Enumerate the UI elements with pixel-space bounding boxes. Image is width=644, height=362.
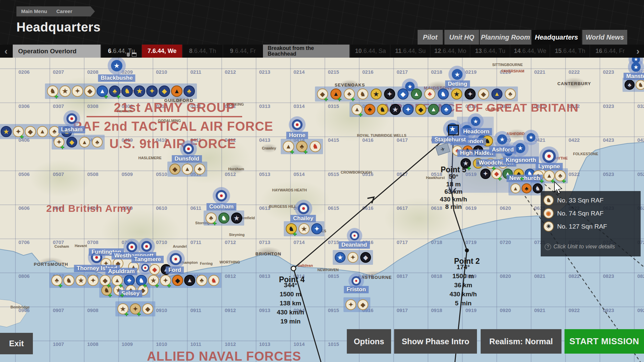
squadron-emblem[interactable]: ★ xyxy=(231,213,242,224)
squadron-emblem[interactable]: ◆ xyxy=(66,137,77,147)
squadron-emblem[interactable]: ★ xyxy=(75,275,87,286)
timeline-item[interactable]: 11.6.44, Su xyxy=(390,45,430,58)
squadron-emblem[interactable]: ▲ xyxy=(182,164,193,175)
airfield-label-chailey[interactable]: Chailey xyxy=(290,215,316,222)
airfield-label-tangmere[interactable]: Tangmere xyxy=(131,256,164,263)
squadron-emblem[interactable]: ✦ xyxy=(13,126,24,137)
airfield-label-friston[interactable]: Friston xyxy=(344,286,369,293)
squadron-emblem[interactable]: ★ xyxy=(1,126,12,137)
squadron-emblem[interactable]: ♞ xyxy=(377,104,388,115)
airfield-label-ashford[interactable]: Ashford xyxy=(489,146,516,154)
timeline-item[interactable]: 10.6.44, Sa xyxy=(350,45,390,58)
squadron-emblem[interactable]: ◆ xyxy=(25,126,36,137)
timeline-prev-button[interactable]: ‹ xyxy=(0,45,12,58)
squadron-emblem[interactable]: ▲ xyxy=(511,183,521,193)
squadron-emblem[interactable]: ✦ xyxy=(384,88,395,100)
timeline-item[interactable]: 6.6.44, Tu xyxy=(101,45,141,58)
squadron-emblem[interactable]: ✦ xyxy=(480,169,491,179)
squadron-emblem[interactable]: ◆ xyxy=(478,88,489,100)
squadron-emblem[interactable]: ◆ xyxy=(397,88,409,100)
timeline-item[interactable]: 8.6.44, Th xyxy=(182,45,222,58)
squadron-emblem[interactable]: ♣ xyxy=(194,164,205,175)
squadron-emblem[interactable]: ✦ xyxy=(345,299,356,310)
squadron-emblem[interactable]: ◆ xyxy=(169,164,180,175)
tab-headquarters-active[interactable]: Headquarters xyxy=(532,30,581,45)
squadron-emblem[interactable]: ✦ xyxy=(311,223,322,234)
squadron-emblem[interactable]: ◆ xyxy=(172,275,183,286)
squadron-emblem[interactable]: ◆ xyxy=(415,104,426,115)
squadron-emblem[interactable]: ▲ xyxy=(491,88,502,100)
squadron-emblem[interactable]: ♞ xyxy=(310,141,321,152)
breadcrumb-career[interactable]: Career xyxy=(52,6,95,16)
squadron-emblem[interactable]: ◆ xyxy=(142,303,153,314)
squadron-emblem[interactable]: ♣ xyxy=(424,88,435,100)
airfield-label-coolham[interactable]: Coolham xyxy=(207,203,236,210)
squadron-emblem[interactable]: ♞ xyxy=(357,88,368,100)
squadron-emblem[interactable]: ✦ xyxy=(146,85,158,97)
timeline-item[interactable]: 9.6.44, Fr xyxy=(223,45,263,58)
squadron-emblem[interactable]: ◆ xyxy=(358,299,368,310)
squadron-emblem[interactable]: ★ xyxy=(371,88,382,100)
squadron-emblem[interactable]: ◆ xyxy=(317,88,328,100)
timeline-item[interactable]: 16.6.44, Fr xyxy=(590,45,630,58)
squadron-emblem[interactable]: ★ xyxy=(59,85,71,97)
squadron-emblem[interactable]: ♞ xyxy=(533,183,543,193)
airfield-label-lasham[interactable]: Lasham xyxy=(58,126,85,133)
squadron-emblem[interactable]: ♣ xyxy=(625,80,635,90)
airfield-label-apuldram[interactable]: Apuldram xyxy=(105,268,137,275)
squadron-emblem[interactable]: ▲ xyxy=(112,275,123,286)
airfield-label-headcorn[interactable]: Headcorn xyxy=(461,128,492,135)
squadron-emblem[interactable]: ◆ xyxy=(491,169,502,179)
squadron-emblem[interactable]: ♣ xyxy=(196,275,207,286)
airfield-label-blackbushe[interactable]: Blackbushe xyxy=(98,74,135,82)
airfield-label-detling[interactable]: Detling xyxy=(445,80,470,88)
squadron-emblem[interactable]: ✦ xyxy=(402,104,414,115)
squadron-emblem[interactable]: ★ xyxy=(299,223,310,234)
timeline-next-button[interactable]: › xyxy=(632,45,644,58)
squadron-emblem[interactable]: ✦ xyxy=(54,137,64,147)
airfield-label-kingsnorth[interactable]: Kingsnorth xyxy=(503,157,539,164)
show-phase-intro-button[interactable]: Show Phase Intro xyxy=(394,329,477,354)
realism-normal-button[interactable]: Realism: Normal xyxy=(481,329,561,354)
squadron-emblem[interactable]: ▲ xyxy=(283,141,294,152)
squadron-emblem[interactable]: ✦ xyxy=(88,275,99,286)
squadron-emblem[interactable]: ★ xyxy=(134,85,145,97)
tab-planning-room[interactable]: Planning Room xyxy=(480,30,531,45)
squadron-emblem[interactable]: ♞ xyxy=(121,85,133,97)
airfield-label-deanland[interactable]: Deanland xyxy=(339,241,370,249)
timeline-item[interactable]: Breakout from theBeachhead xyxy=(263,45,350,58)
timeline-item[interactable]: 13.6.44, Tu xyxy=(470,45,510,58)
airfield-label-ford[interactable]: Ford xyxy=(166,266,184,274)
squadron-emblem[interactable]: ♞ xyxy=(636,80,644,90)
squadron-emblem[interactable]: ♞ xyxy=(101,285,112,296)
squadron-emblem[interactable]: ◆ xyxy=(360,252,371,263)
squadron-emblem[interactable]: ♣ xyxy=(441,104,452,115)
airfield-label-manston[interactable]: Manston xyxy=(624,73,644,80)
squadron-emblem[interactable]: ✦ xyxy=(465,88,476,100)
tooltip-unit-row[interactable]: ♞No. 33 Sqn RAF xyxy=(543,195,603,205)
airfield-label-staplehurst[interactable]: Staplehurst xyxy=(432,136,469,143)
squadron-emblem[interactable]: ★ xyxy=(148,275,159,286)
squadron-emblem[interactable]: ♣ xyxy=(344,88,355,100)
squadron-emblem[interactable]: ♣ xyxy=(505,88,516,100)
squadron-emblem[interactable]: ★ xyxy=(335,252,345,263)
squadron-emblem[interactable]: ◆ xyxy=(149,264,160,275)
start-mission-button[interactable]: START MISSION xyxy=(565,329,644,354)
squadron-emblem[interactable]: ♞ xyxy=(438,88,449,100)
squadron-emblem[interactable]: ♣ xyxy=(296,141,308,152)
timeline-item[interactable]: 7.6.44, We xyxy=(142,45,182,58)
squadron-emblem[interactable]: ✦ xyxy=(347,252,358,263)
timeline-item[interactable]: 12.6.44, Mo xyxy=(430,45,470,58)
squadron-emblem[interactable]: ♣ xyxy=(522,183,532,193)
tab-world-news[interactable]: World News xyxy=(582,30,627,45)
squadron-emblem[interactable]: ◆ xyxy=(84,85,96,97)
squadron-emblem[interactable]: ▲ xyxy=(184,275,195,286)
tooltip-unit-row[interactable]: ◉No. 74 Sqn RAF xyxy=(543,208,603,219)
airfield-label-horne[interactable]: Horne xyxy=(286,132,308,139)
squadron-emblem[interactable]: ♞ xyxy=(218,213,229,224)
squadron-emblem[interactable]: ▲ xyxy=(330,88,341,100)
squadron-emblem[interactable]: ♣ xyxy=(364,104,375,115)
squadron-emblem[interactable]: ♣ xyxy=(183,85,195,97)
squadron-emblem[interactable]: ▲ xyxy=(428,104,439,115)
squadron-emblem[interactable]: ★ xyxy=(451,88,462,100)
